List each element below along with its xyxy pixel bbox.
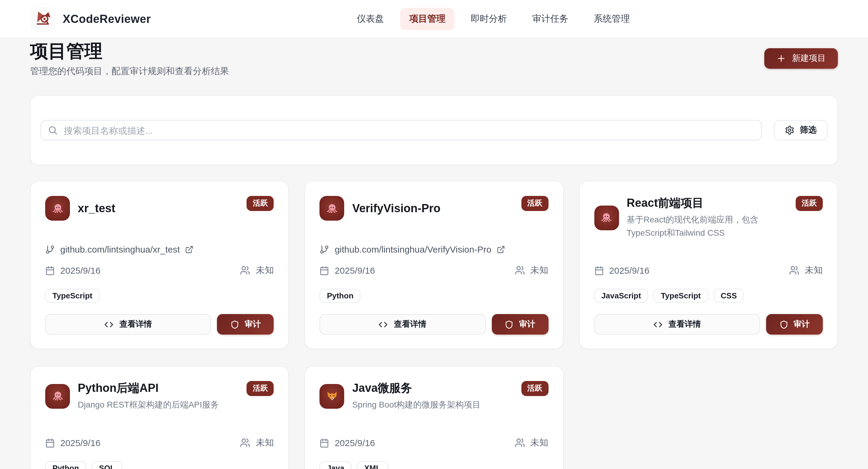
language-tag: CSS <box>713 289 744 303</box>
date-meta: 2025/9/16 <box>320 438 375 448</box>
shield-icon <box>230 320 239 329</box>
git-branch-icon <box>45 245 55 254</box>
language-tag: TypeScript <box>45 289 99 303</box>
members-value: 未知 <box>530 437 548 448</box>
code-icon <box>379 320 388 329</box>
status-badge: 活跃 <box>796 196 823 211</box>
search-input[interactable] <box>40 120 762 140</box>
audit-label: 审计 <box>245 319 261 330</box>
audit-label: 审计 <box>794 319 810 330</box>
members-value: 未知 <box>256 437 274 448</box>
external-link-icon <box>185 245 194 253</box>
page-title: 项目管理 <box>30 41 229 61</box>
tags-row: JavaScript TypeScript CSS <box>594 289 823 303</box>
repo-link[interactable]: github.com/lintsinghua/VerifyVision-Pro <box>320 244 549 254</box>
view-details-label: 查看详情 <box>394 319 427 330</box>
code-icon <box>653 320 662 329</box>
search-filter-panel: 筛选 <box>30 95 838 165</box>
search-box <box>40 120 762 140</box>
fox-avatar <box>320 384 344 408</box>
octopus-icon <box>326 201 339 215</box>
members-value: 未知 <box>805 264 823 276</box>
octopus-avatar <box>45 196 70 221</box>
project-description: Django REST框架构建的后端API服务 <box>78 398 241 411</box>
repo-url: github.com/lintsinghua/xr_test <box>60 244 180 254</box>
language-tag: XML <box>357 461 388 469</box>
status-badge: 活跃 <box>521 381 548 396</box>
members-meta: 未知 <box>515 264 548 276</box>
project-description: 基于React的现代化前端应用，包含TypeScript和Tailwind CS… <box>627 213 789 239</box>
project-name: Python后端API <box>78 381 241 396</box>
page-subtitle: 管理您的代码项目，配置审计规则和查看分析结果 <box>30 66 229 77</box>
view-details-button[interactable]: 查看详情 <box>45 314 211 335</box>
gear-icon <box>785 125 795 135</box>
main-content: 项目管理 管理您的代码项目，配置审计规则和查看分析结果 新建项目 筛选 <box>0 39 868 469</box>
card-actions: 查看详情 审计 <box>45 314 274 335</box>
view-details-button[interactable]: 查看详情 <box>594 314 760 335</box>
brand-home-link[interactable]: XCodeReviewer <box>30 6 151 32</box>
project-card-react-frontend: React前端项目 基于React的现代化前端应用，包含TypeScript和T… <box>579 181 838 349</box>
audit-button[interactable]: 审计 <box>766 314 823 335</box>
card-actions: 查看详情 审计 <box>320 314 549 335</box>
audit-button[interactable]: 审计 <box>492 314 548 335</box>
search-icon <box>48 125 58 135</box>
card-header: Java微服务 Spring Boot构建的微服务架构项目 活跃 <box>320 381 549 411</box>
tags-row: TypeScript <box>45 289 274 303</box>
nav-item-system-admin[interactable]: 系统管理 <box>585 8 639 30</box>
filter-label: 筛选 <box>800 125 817 136</box>
project-card-grid: xr_test 活跃 github.com/lintsinghua/xr_tes… <box>30 181 838 469</box>
members-meta: 未知 <box>515 437 548 448</box>
nav-item-dashboard[interactable]: 仪表盘 <box>348 8 393 30</box>
project-card-java-microservices: Java微服务 Spring Boot构建的微服务架构项目 活跃 2025/9/… <box>305 366 564 469</box>
shield-icon <box>504 320 514 329</box>
plus-icon <box>776 54 786 63</box>
octopus-icon <box>51 201 64 215</box>
octopus-avatar <box>320 196 344 221</box>
users-icon <box>515 438 525 448</box>
audit-label: 审计 <box>519 319 535 330</box>
octopus-icon <box>600 211 613 224</box>
project-name: React前端项目 <box>627 196 789 210</box>
status-badge: 活跃 <box>521 196 548 211</box>
repo-link[interactable]: github.com/lintsinghua/xr_test <box>45 244 274 254</box>
date-value: 2025/9/16 <box>609 265 649 276</box>
members-meta: 未知 <box>240 437 274 448</box>
nav-item-projects[interactable]: 项目管理 <box>400 8 455 30</box>
card-actions: 查看详情 审计 <box>594 314 823 335</box>
language-tag: SQL <box>92 461 122 469</box>
project-card-xr-test: xr_test 活跃 github.com/lintsinghua/xr_tes… <box>30 181 289 349</box>
page-header: 项目管理 管理您的代码项目，配置审计规则和查看分析结果 新建项目 <box>30 41 838 77</box>
date-value: 2025/9/16 <box>335 438 375 448</box>
tags-row: Java XML <box>320 461 549 469</box>
new-project-button[interactable]: 新建项目 <box>764 48 838 69</box>
calendar-icon <box>320 265 330 275</box>
language-tag: JavaScript <box>594 289 648 303</box>
users-icon <box>240 265 250 276</box>
meta-row: 2025/9/16 未知 <box>594 264 823 276</box>
status-badge: 活跃 <box>247 196 274 211</box>
main-nav: 仪表盘 项目管理 即时分析 审计任务 系统管理 <box>348 8 639 30</box>
nav-item-instant-analysis[interactable]: 即时分析 <box>462 8 516 30</box>
card-header: VerifyVision-Pro 活跃 <box>320 196 549 221</box>
calendar-icon <box>320 438 330 447</box>
language-tag: Python <box>45 461 86 469</box>
language-tag: Python <box>320 289 361 303</box>
nav-item-audit-tasks[interactable]: 审计任务 <box>523 8 578 30</box>
view-details-label: 查看详情 <box>119 319 152 330</box>
tags-row: Python SQL <box>45 461 274 469</box>
view-details-button[interactable]: 查看详情 <box>320 314 486 335</box>
filter-button[interactable]: 筛选 <box>774 120 828 140</box>
view-details-label: 查看详情 <box>669 319 701 330</box>
top-navigation-bar: XCodeReviewer 仪表盘 项目管理 即时分析 审计任务 系统管理 <box>0 0 868 39</box>
project-name: xr_test <box>78 201 241 216</box>
audit-button[interactable]: 审计 <box>217 314 274 335</box>
meta-row: 2025/9/16 未知 <box>320 437 549 448</box>
calendar-icon <box>45 265 55 275</box>
project-name: Java微服务 <box>352 381 516 396</box>
tags-row: Python <box>320 289 549 303</box>
new-project-label: 新建项目 <box>792 53 826 64</box>
repo-url: github.com/lintsinghua/VerifyVision-Pro <box>335 244 492 254</box>
shield-icon <box>779 320 788 329</box>
members-meta: 未知 <box>240 264 274 276</box>
brand-name: XCodeReviewer <box>63 12 151 26</box>
